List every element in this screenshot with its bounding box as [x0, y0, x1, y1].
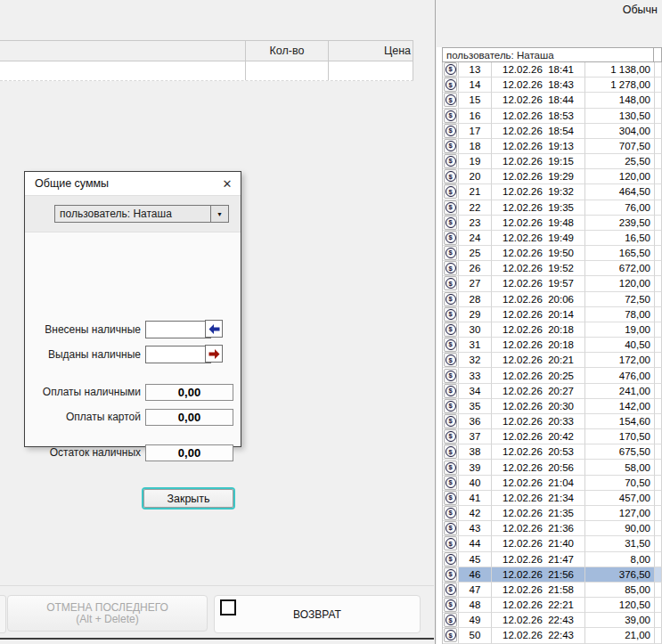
receipt-row[interactable]: $ 31 12.02.26 20:18 40,50: [442, 338, 662, 353]
receipt-row[interactable]: $ 33 12.02.26 20:25 476,00: [442, 368, 662, 383]
coin-icon-button[interactable]: $: [443, 139, 459, 154]
cash-out-field[interactable]: [145, 346, 211, 363]
coin-icon-button[interactable]: $: [443, 598, 459, 613]
coin-icon-button[interactable]: $: [443, 613, 459, 628]
receipt-row[interactable]: $ 28 12.02.26 20:06 72,50: [442, 292, 662, 307]
coin-icon-button[interactable]: $: [443, 353, 459, 368]
coin-icon-button[interactable]: $: [443, 77, 459, 93]
coin-icon-button[interactable]: $: [443, 414, 459, 429]
coin-icon-button[interactable]: $: [443, 216, 459, 231]
receipt-row[interactable]: $ 34 12.02.26 20:27 241,00: [442, 384, 662, 399]
receipt-row[interactable]: $ 30 12.02.26 20:18 19,00: [442, 322, 662, 338]
cancel-last-label: ОТМЕНА ПОСЛЕДНЕГО: [46, 602, 168, 614]
receipt-row[interactable]: $ 38 12.02.26 20:53 675,50: [442, 444, 662, 460]
coin-icon-button[interactable]: $: [443, 491, 459, 506]
receipt-row[interactable]: $ 19 12.02.26 19:15 25,50: [442, 154, 662, 169]
coin-icon-button[interactable]: $: [443, 184, 459, 200]
chevron-down-icon[interactable]: ▼: [210, 206, 228, 222]
receipt-row[interactable]: $ 15 12.02.26 18:44 148,00: [442, 93, 662, 108]
coin-icon-button[interactable]: $: [443, 200, 459, 216]
receipt-row[interactable]: $ 13 12.02.26 18:41 1 138,00: [442, 62, 662, 77]
receipt-row[interactable]: $ 32 12.02.26 20:21 172,00: [442, 353, 662, 368]
receipt-row[interactable]: $ 29 12.02.26 20:14 78,00: [442, 307, 662, 322]
coin-icon-button[interactable]: $: [443, 307, 459, 322]
return-button[interactable]: ВОЗВРАТ: [214, 595, 421, 633]
coin-icon-button[interactable]: $: [443, 261, 459, 276]
return-checkbox[interactable]: [220, 599, 236, 615]
receipt-row[interactable]: $ 14 12.02.26 18:43 1 278,00: [442, 77, 662, 93]
receipt-row[interactable]: $ 24 12.02.26 19:49 16,50: [442, 231, 662, 246]
coin-icon-button[interactable]: $: [443, 154, 459, 169]
receipt-row[interactable]: $ 43 12.02.26 21:36 90,00: [442, 521, 662, 536]
receipt-row[interactable]: $ 42 12.02.26 21:35 127,00: [442, 506, 662, 521]
receipt-row[interactable]: $ 50 12.02.26 22:43 21,00: [442, 628, 662, 643]
coin-icon-button[interactable]: $: [443, 628, 459, 643]
receipt-row[interactable]: $ 44 12.02.26 21:40 31,50: [442, 536, 662, 551]
coin-icon-button[interactable]: $: [443, 399, 459, 414]
coin-icon-button[interactable]: $: [443, 429, 459, 444]
coin-icon-button[interactable]: $: [443, 583, 459, 598]
coin-icon-button[interactable]: $: [443, 567, 459, 583]
receipt-row[interactable]: $ 26 12.02.26 19:52 672,00: [442, 261, 662, 276]
sales-rows: $ 13 12.02.26 18:41 1 138,00 $ 14 12.02.…: [442, 62, 662, 644]
receipt-row[interactable]: $ 36 12.02.26 20:33 154,60: [442, 414, 662, 429]
coin-icon-button[interactable]: $: [443, 460, 459, 475]
receipt-row[interactable]: $ 25 12.02.26 19:50 165,50: [442, 246, 662, 261]
coin-icon-button[interactable]: $: [443, 368, 459, 383]
cash-in-button[interactable]: [205, 320, 223, 338]
coin-icon-button[interactable]: $: [443, 124, 459, 139]
coin-icon-button[interactable]: $: [443, 322, 459, 338]
coin-icon: $: [445, 477, 456, 488]
receipt-row[interactable]: $ 23 12.02.26 19:48 239,50: [442, 216, 662, 231]
coin-icon-button[interactable]: $: [443, 338, 459, 353]
close-button[interactable]: Закрыть: [143, 489, 233, 508]
user-select[interactable]: пользователь: Наташа ▼: [54, 205, 229, 223]
coin-icon-button[interactable]: $: [443, 384, 459, 399]
coin-icon-button[interactable]: $: [443, 521, 459, 536]
coin-icon-button[interactable]: $: [443, 552, 459, 567]
receipt-row[interactable]: $ 37 12.02.26 20:42 170,50: [442, 429, 662, 444]
coin-icon-button[interactable]: $: [443, 231, 459, 246]
coin-icon-button[interactable]: $: [443, 476, 459, 491]
row-extra-cell: [655, 338, 662, 353]
receipt-row[interactable]: $ 21 12.02.26 19:32 464,50: [442, 184, 662, 200]
receipt-row[interactable]: $ 41 12.02.26 21:34 457,00: [442, 491, 662, 506]
coin-icon-button[interactable]: $: [443, 536, 459, 551]
receipt-row[interactable]: $ 40 12.02.26 21:04 70,50: [442, 476, 662, 491]
mode-label: Обычн: [623, 4, 658, 16]
coin-icon-button[interactable]: $: [443, 246, 459, 261]
coin-icon-button[interactable]: $: [443, 169, 459, 184]
coin-icon: $: [445, 508, 456, 518]
receipt-row[interactable]: $ 17 12.02.26 18:54 304,00: [442, 124, 662, 139]
coin-icon-button[interactable]: $: [443, 62, 459, 77]
coin-icon: $: [445, 324, 456, 335]
coin-icon-button[interactable]: $: [443, 93, 459, 108]
coin-icon-button[interactable]: $: [443, 276, 459, 291]
receipt-row[interactable]: $ 45 12.02.26 21:47 8,00: [442, 552, 662, 567]
row-extra-cell: [655, 276, 662, 291]
row-datetime: 12.02.26 18:41: [492, 62, 585, 77]
cash-out-button[interactable]: [205, 345, 223, 363]
cash-rest-value: 0,00: [145, 444, 233, 461]
coin-icon-button[interactable]: $: [443, 109, 459, 124]
close-icon[interactable]: ✕: [214, 177, 241, 191]
coin-icon-button[interactable]: $: [443, 444, 459, 460]
receipt-row[interactable]: $ 35 12.02.26 20:30 142,00: [442, 399, 662, 414]
receipt-row[interactable]: $ 22 12.02.26 19:35 76,00: [442, 200, 662, 216]
receipt-row[interactable]: $ 16 12.02.26 18:53 130,50: [442, 109, 662, 124]
cash-in-field[interactable]: [145, 321, 211, 338]
receipt-row[interactable]: $ 27 12.02.26 19:57 120,00: [442, 276, 662, 291]
coin-icon-button[interactable]: $: [443, 292, 459, 307]
receipt-row[interactable]: $ 47 12.02.26 21:58 85,00: [442, 583, 662, 598]
cancel-last-button[interactable]: ОТМЕНА ПОСЛЕДНЕГО (Alt + Delete): [7, 595, 208, 632]
receipt-row[interactable]: $ 20 12.02.26 19:29 120,00: [442, 169, 662, 184]
receipt-row[interactable]: $ 49 12.02.26 22:43 39,00: [442, 613, 662, 628]
receipt-row[interactable]: $ 46 12.02.26 21:56 376,50: [442, 567, 662, 583]
receipt-row[interactable]: $ 39 12.02.26 20:56 58,00: [442, 460, 662, 475]
receipt-row[interactable]: $ 48 12.02.26 22:21 120,50: [442, 598, 662, 613]
receipt-row[interactable]: $ 18 12.02.26 19:13 707,50: [442, 139, 662, 154]
coin-icon: $: [445, 462, 456, 473]
arrow-right-icon: [208, 349, 220, 359]
coin-icon-button[interactable]: $: [443, 506, 459, 521]
partial-button[interactable]: [0, 595, 6, 633]
